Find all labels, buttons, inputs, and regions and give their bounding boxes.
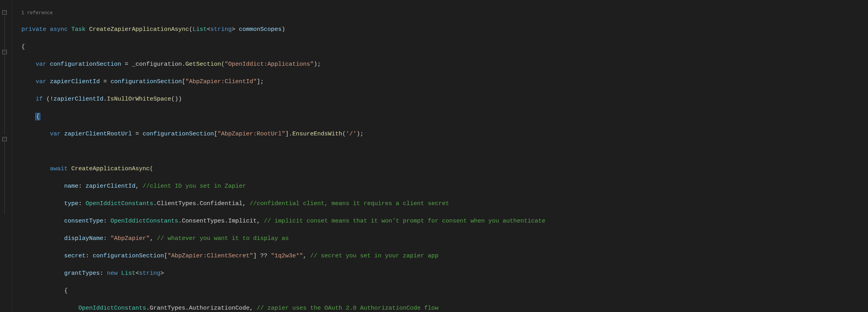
code-line: await CreateApplicationAsync( xyxy=(21,165,868,173)
code-line: type: OpenIddictConstants.ClientTypes.Co… xyxy=(21,200,868,208)
brace-highlight: { xyxy=(35,113,40,120)
code-editor[interactable]: − − − 1 reference private async Task Cre… xyxy=(0,0,868,312)
code-line: secret: configurationSection["AbpZapier:… xyxy=(21,252,868,261)
code-line: if (!zapierClientId.IsNullOrWhiteSpace()… xyxy=(21,95,868,104)
code-content[interactable]: 1 reference private async Task CreateZap… xyxy=(12,0,868,312)
fold-toggle-icon[interactable]: − xyxy=(2,50,7,54)
code-line: consentType: OpenIddictConstants.Consent… xyxy=(21,217,868,226)
fold-guide xyxy=(4,16,5,49)
fold-toggle-icon[interactable]: − xyxy=(2,10,7,15)
fold-guide xyxy=(4,143,5,214)
fold-guide xyxy=(4,55,5,135)
code-line: { xyxy=(21,287,868,295)
code-line xyxy=(21,147,868,156)
code-line: grantTypes: new List<string> xyxy=(21,269,868,278)
codelens-references[interactable]: 1 reference xyxy=(21,9,868,17)
fold-toggle-icon[interactable]: − xyxy=(2,137,7,141)
code-line: displayName: "AbpZapier", // whatever yo… xyxy=(21,234,868,243)
code-line: { xyxy=(21,43,868,51)
fold-gutter: − − − xyxy=(0,0,12,312)
code-line: var zapierClientRootUrl = configurationS… xyxy=(21,130,868,139)
code-line: name: zapierClientId, //client ID you se… xyxy=(21,182,868,191)
code-line: var configurationSection = _configuratio… xyxy=(21,60,868,69)
code-line: { xyxy=(21,112,868,121)
code-line: var zapierClientId = configurationSectio… xyxy=(21,78,868,86)
code-line: private async Task CreateZapierApplicati… xyxy=(21,25,868,34)
code-line: OpenIddictConstants.GrantTypes.Authoriza… xyxy=(21,304,868,312)
